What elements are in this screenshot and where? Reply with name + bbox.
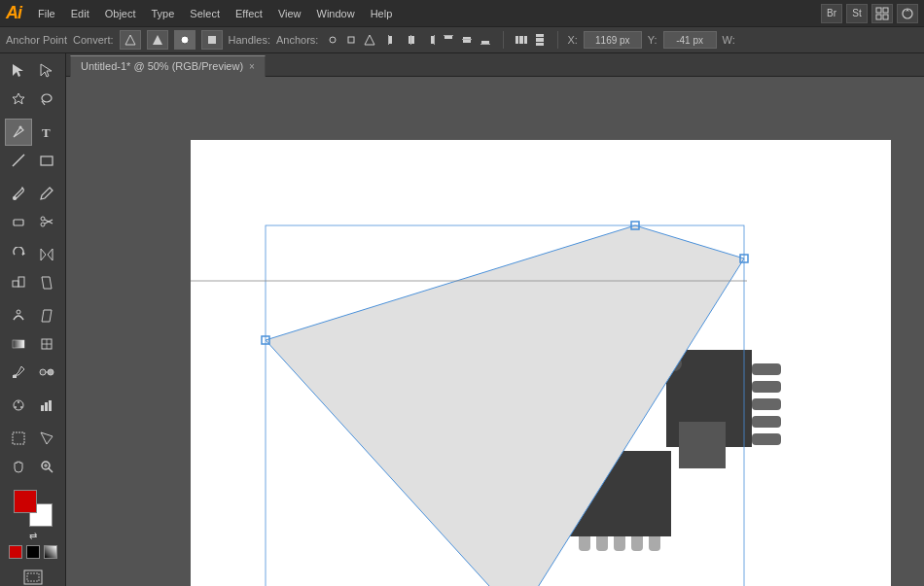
svg-rect-40 bbox=[14, 220, 23, 225]
anchor-type-1[interactable] bbox=[324, 31, 341, 49]
svg-point-9 bbox=[330, 37, 336, 43]
eraser-tool[interactable] bbox=[5, 208, 32, 235]
align-left[interactable] bbox=[384, 31, 402, 49]
stock-icon[interactable]: St bbox=[846, 4, 868, 23]
svg-rect-57 bbox=[13, 375, 17, 378]
tool-row-2 bbox=[5, 86, 60, 113]
eyedropper-tool[interactable] bbox=[5, 359, 32, 386]
svg-marker-47 bbox=[48, 249, 53, 260]
reflect-tool[interactable] bbox=[33, 241, 60, 268]
menu-select[interactable]: Select bbox=[183, 6, 227, 21]
sync-icon[interactable] bbox=[897, 4, 918, 23]
selection-tool[interactable] bbox=[5, 57, 32, 85]
zoom-tool[interactable] bbox=[33, 453, 60, 480]
svg-rect-1 bbox=[883, 8, 888, 13]
svg-rect-17 bbox=[434, 35, 435, 45]
fill-indicator[interactable] bbox=[9, 545, 22, 559]
artboard-wrapper[interactable] bbox=[66, 77, 924, 586]
direct-selection-tool[interactable] bbox=[33, 57, 60, 85]
align-top[interactable] bbox=[440, 31, 457, 49]
mesh-tool[interactable] bbox=[33, 330, 60, 358]
svg-line-37 bbox=[13, 155, 24, 166]
dist-h[interactable] bbox=[513, 31, 530, 49]
menu-object[interactable]: Object bbox=[98, 6, 143, 21]
free-distort-tool[interactable] bbox=[33, 302, 60, 329]
align-btns bbox=[384, 31, 494, 49]
ic-pin-2 bbox=[752, 381, 781, 393]
ic-pin-5 bbox=[752, 433, 781, 445]
hand-tool[interactable] bbox=[5, 453, 32, 480]
swap-colors-icon[interactable]: ⇄ bbox=[29, 531, 37, 541]
menu-right-icons: Br St bbox=[821, 4, 918, 23]
artboard-tool[interactable] bbox=[5, 425, 32, 452]
menu-window[interactable]: Window bbox=[310, 6, 362, 21]
menu-file[interactable]: File bbox=[31, 6, 62, 21]
slice-tool[interactable] bbox=[33, 425, 60, 452]
rotate-tool[interactable] bbox=[5, 241, 32, 268]
x-input[interactable] bbox=[584, 31, 642, 49]
svg-rect-21 bbox=[462, 39, 472, 40]
rect-tool[interactable] bbox=[33, 147, 60, 174]
column-graph-tool[interactable] bbox=[33, 392, 60, 419]
workspace-icon[interactable] bbox=[871, 4, 893, 23]
svg-point-33 bbox=[42, 94, 52, 102]
options-bar: Anchor Point Convert: Handles: Anchors: bbox=[0, 26, 924, 53]
tool-row-11 bbox=[5, 359, 60, 386]
tab-close-btn[interactable]: × bbox=[249, 61, 255, 72]
tab-bar: Untitled-1* @ 50% (RGB/Preview) × bbox=[66, 53, 924, 77]
align-center-h[interactable] bbox=[403, 31, 420, 49]
svg-rect-53 bbox=[13, 340, 24, 348]
paintbrush-tool[interactable] bbox=[5, 180, 32, 207]
foreground-color-box[interactable] bbox=[14, 490, 37, 513]
tool-row-4 bbox=[5, 147, 60, 174]
convert-btn-2[interactable] bbox=[147, 30, 168, 50]
anchor-type-btns bbox=[324, 31, 378, 49]
svg-rect-29 bbox=[536, 43, 544, 46]
svg-rect-2 bbox=[876, 15, 881, 19]
options-sep-2 bbox=[557, 31, 558, 49]
warp-tool[interactable] bbox=[5, 302, 32, 329]
anchor-type-2[interactable] bbox=[342, 31, 360, 49]
document-tab[interactable]: Untitled-1* @ 50% (RGB/Preview) × bbox=[70, 55, 266, 77]
type-tool[interactable]: T bbox=[33, 119, 60, 146]
bridge-icon[interactable]: Br bbox=[821, 4, 842, 23]
gradient-tool[interactable] bbox=[5, 330, 32, 358]
align-center-v[interactable] bbox=[458, 31, 476, 49]
y-label: Y: bbox=[648, 34, 657, 46]
pencil-tool[interactable] bbox=[33, 180, 60, 207]
blend-tool[interactable] bbox=[33, 359, 60, 386]
draw-mode-btn[interactable] bbox=[19, 564, 47, 586]
svg-rect-13 bbox=[388, 35, 389, 45]
align-right[interactable] bbox=[421, 31, 439, 49]
anchor-type-3[interactable] bbox=[361, 31, 378, 49]
handles-solid-btn[interactable] bbox=[201, 30, 223, 50]
anchors-label: Anchors: bbox=[276, 34, 318, 46]
magic-wand-tool[interactable] bbox=[5, 86, 32, 113]
menu-edit[interactable]: Edit bbox=[64, 6, 96, 21]
lasso-tool[interactable] bbox=[33, 86, 60, 113]
menu-type[interactable]: Type bbox=[145, 6, 182, 21]
line-tool[interactable] bbox=[5, 147, 32, 174]
dist-v[interactable] bbox=[531, 31, 549, 49]
svg-rect-15 bbox=[410, 35, 411, 45]
menu-effect[interactable]: Effect bbox=[229, 6, 269, 21]
pen-tool[interactable] bbox=[5, 119, 32, 146]
y-input[interactable] bbox=[663, 31, 717, 49]
stroke-indicator[interactable] bbox=[26, 545, 40, 559]
w-label: W: bbox=[723, 34, 735, 46]
scissors-tool[interactable] bbox=[33, 208, 60, 235]
svg-rect-24 bbox=[515, 36, 518, 44]
handles-color-btn[interactable] bbox=[174, 30, 195, 50]
tool-row-9 bbox=[5, 302, 60, 329]
convert-btn-1[interactable] bbox=[120, 30, 141, 50]
gradient-indicator[interactable] bbox=[44, 545, 57, 559]
svg-rect-65 bbox=[41, 405, 44, 411]
shear-tool[interactable] bbox=[33, 269, 60, 296]
menu-view[interactable]: View bbox=[271, 6, 308, 21]
symbol-sprayer-tool[interactable] bbox=[5, 392, 32, 419]
menu-help[interactable]: Help bbox=[364, 6, 400, 21]
convert-label: Convert: bbox=[73, 34, 114, 46]
svg-point-59 bbox=[48, 369, 53, 375]
align-bottom[interactable] bbox=[477, 31, 494, 49]
scale-tool[interactable] bbox=[5, 269, 32, 296]
